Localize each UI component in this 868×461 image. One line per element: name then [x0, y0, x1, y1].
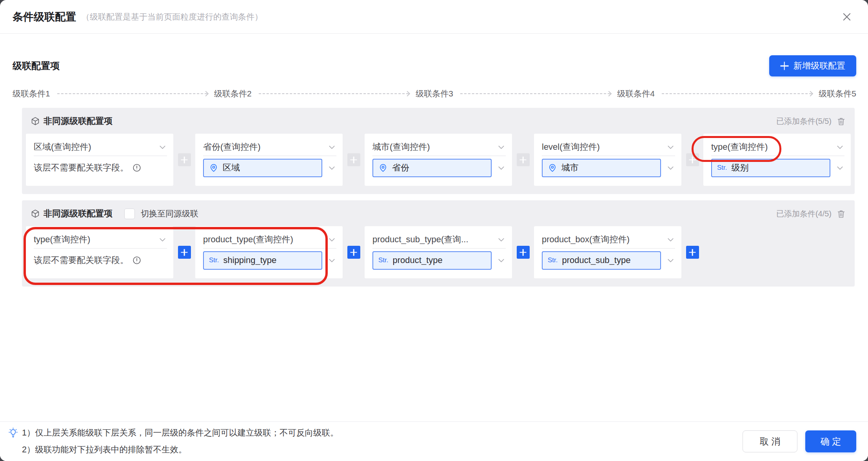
close-icon[interactable] — [840, 10, 854, 24]
group-header: 非同源级联配置项已添加条件(5/5) — [26, 108, 851, 133]
delete-group-icon[interactable] — [836, 116, 846, 126]
same-source-checkbox-label: 切换至同源级联 — [141, 208, 198, 219]
confirm-button[interactable]: 确 定 — [805, 430, 856, 452]
steps-row: 级联条件1级联条件2级联条件3级联条件4级联条件5 — [13, 88, 856, 100]
field-select[interactable]: Str.shipping_type — [203, 251, 322, 270]
string-type-icon: Str. — [548, 256, 558, 264]
condition-label: 城市(查询控件) — [372, 141, 430, 153]
card-field-row: Str.product_sub_type — [542, 249, 675, 272]
cancel-button[interactable]: 取 消 — [743, 430, 797, 452]
field-select[interactable]: 区域 — [203, 159, 322, 177]
step-label: 级联条件1 — [13, 88, 50, 99]
card-note-row: 该层不需要配关联字段。 — [34, 249, 167, 272]
info-icon[interactable] — [132, 256, 142, 265]
condition-select[interactable]: 区域(查询控件) — [34, 138, 167, 156]
chevron-down-icon — [666, 143, 675, 152]
field-select[interactable]: Str.product_sub_type — [542, 251, 661, 270]
groups: 非同源级联配置项已添加条件(5/5)区域(查询控件)该层不需要配关联字段。省份(… — [0, 108, 868, 287]
step-label: 级联条件4 — [617, 88, 655, 99]
cascade-group: 非同源级联配置项切换至同源级联已添加条件(4/5)type(查询控件)该层不需要… — [22, 200, 855, 287]
step-label: 级联条件5 — [819, 88, 856, 99]
plus-wrap — [343, 246, 365, 259]
field-select[interactable]: Str.级别 — [711, 159, 830, 177]
condition-select[interactable]: product_sub_type(查询... — [372, 231, 506, 248]
field-select[interactable]: 省份 — [372, 159, 492, 177]
add-cascade-condition-icon[interactable] — [517, 246, 530, 259]
step-connector — [57, 92, 208, 96]
delete-group-icon[interactable] — [836, 209, 846, 219]
section-title: 级联配置项 — [13, 60, 60, 72]
chevron-down-icon — [327, 143, 336, 152]
field-select[interactable]: 城市 — [542, 159, 661, 177]
plus-icon — [780, 62, 788, 70]
add-cascade-config-button[interactable]: 新增级联配置 — [769, 55, 856, 76]
step-connector — [662, 92, 812, 96]
add-cascade-config-label: 新增级联配置 — [794, 60, 845, 72]
same-source-checkbox[interactable] — [124, 209, 135, 219]
field-value: 城市 — [561, 162, 579, 174]
card-field-row: Str.shipping_type — [203, 249, 336, 272]
step-connector — [460, 92, 611, 96]
dialog-footer: 1）仅上层关系能级联下层关系，同一层级的条件之间可以建立级联；不可反向级联。2）… — [0, 421, 868, 461]
condition-label: product_type(查询控件) — [203, 234, 293, 245]
added-conditions-count: 已添加条件(5/5) — [776, 116, 832, 127]
step-label: 级联条件3 — [416, 88, 453, 99]
group-title: 非同源级联配置项 — [44, 208, 113, 220]
chevron-down-icon — [497, 256, 506, 265]
condition-select[interactable]: 城市(查询控件) — [372, 138, 506, 156]
location-pin-icon — [378, 163, 388, 172]
add-cascade-condition-icon[interactable] — [178, 246, 191, 259]
add-cascade-condition-icon[interactable] — [517, 153, 530, 166]
chevron-down-icon — [327, 256, 336, 265]
condition-card: type(查询控件)Str.级别 — [703, 134, 851, 186]
string-type-icon: Str. — [209, 256, 219, 264]
dialog-header: 条件级联配置 （级联配置是基于当前页面粒度进行的查询条件） — [0, 0, 868, 34]
footer-note: 2）级联功能对下拉列表中的排除暂不生效。 — [22, 441, 338, 458]
chevron-down-icon — [666, 163, 675, 172]
plus-wrap — [512, 153, 534, 166]
footer-notes: 1）仅上层关系能级联下层关系，同一层级的条件之间可以建立级联；不可反向级联。2）… — [8, 425, 338, 458]
plus-wrap — [681, 246, 703, 259]
add-cascade-condition-icon[interactable] — [686, 246, 699, 259]
field-select[interactable]: Str.product_type — [372, 251, 492, 270]
chevron-down-icon — [835, 163, 844, 172]
footer-note: 1）仅上层关系能级联下层关系，同一层级的条件之间可以建立级联；不可反向级联。 — [22, 425, 338, 441]
condition-select[interactable]: 省份(查询控件) — [203, 138, 336, 156]
footer-buttons: 取 消 确 定 — [743, 430, 856, 452]
add-cascade-condition-icon[interactable] — [347, 153, 360, 166]
step-connector — [259, 92, 409, 96]
chevron-down-icon — [327, 235, 336, 244]
step-label: 级联条件2 — [214, 88, 252, 99]
dialog-subtitle: （级联配置是基于当前页面粒度进行的查询条件） — [82, 11, 263, 22]
add-cascade-condition-icon[interactable] — [178, 153, 191, 166]
condition-label: type(查询控件) — [711, 141, 768, 153]
plus-wrap — [173, 246, 195, 259]
condition-select[interactable]: type(查询控件) — [34, 231, 167, 248]
condition-select[interactable]: type(查询控件) — [711, 138, 844, 156]
card-field-row: 省份 — [372, 156, 506, 180]
card-field-row: Str.product_type — [372, 249, 506, 272]
chevron-down-icon — [497, 235, 506, 244]
plus-wrap — [173, 153, 195, 166]
no-field-note: 该层不需要配关联字段。 — [34, 162, 129, 174]
location-pin-icon — [548, 163, 557, 172]
condition-card: 区域(查询控件)该层不需要配关联字段。 — [26, 134, 173, 186]
add-cascade-condition-icon[interactable] — [347, 246, 360, 259]
condition-select[interactable]: level(查询控件) — [542, 138, 675, 156]
condition-card: product_type(查询控件)Str.shipping_type — [195, 226, 343, 278]
chevron-down-icon — [835, 143, 844, 152]
added-conditions-count: 已添加条件(4/5) — [776, 209, 832, 219]
condition-label: product_box(查询控件) — [542, 234, 630, 245]
info-icon[interactable] — [132, 163, 142, 172]
field-value: 省份 — [392, 162, 409, 174]
condition-select[interactable]: product_box(查询控件) — [542, 231, 675, 248]
footer-notes-text: 1）仅上层关系能级联下层关系，同一层级的条件之间可以建立级联；不可反向级联。2）… — [22, 425, 338, 458]
chevron-down-icon — [327, 163, 336, 172]
cube-icon — [31, 116, 40, 126]
add-cascade-condition-icon[interactable] — [686, 153, 699, 166]
no-field-note: 该层不需要配关联字段。 — [34, 254, 129, 266]
condition-select[interactable]: product_type(查询控件) — [203, 231, 336, 248]
condition-label: 区域(查询控件) — [34, 141, 91, 153]
condition-label: level(查询控件) — [542, 141, 600, 153]
plus-wrap — [343, 153, 365, 166]
